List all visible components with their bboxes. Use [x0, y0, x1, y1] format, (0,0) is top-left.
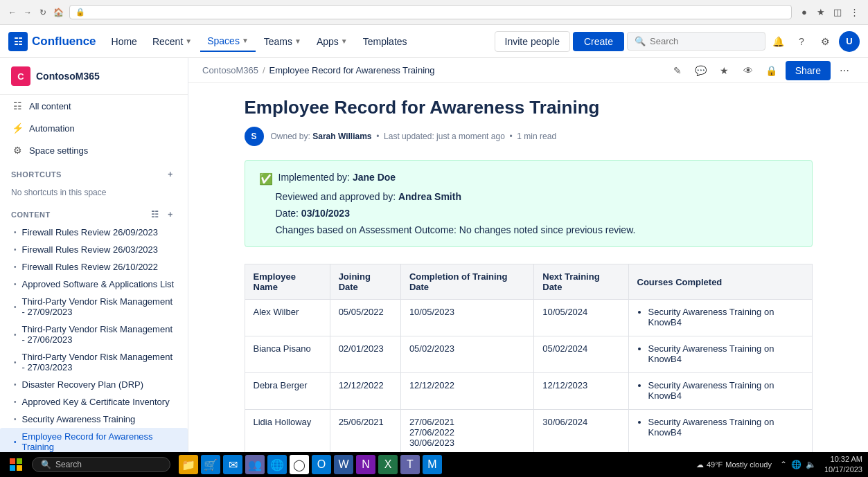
- check-icon: ✅: [259, 172, 273, 186]
- joining-date: 12/12/2022: [330, 373, 400, 410]
- joining-date: 05/05/2022: [330, 300, 400, 336]
- automation-label: Automation: [29, 123, 75, 134]
- create-button[interactable]: Create: [573, 32, 624, 51]
- sidebar-item-vendor-3[interactable]: Third-Party Vendor Risk Management - 27/…: [0, 348, 188, 376]
- content-icons: ☷ +: [149, 208, 177, 221]
- nav-recent[interactable]: Recent ▼: [145, 32, 199, 51]
- sidebar-item-vendor-1[interactable]: Third-Party Vendor Risk Management - 27/…: [0, 293, 188, 321]
- taskbar-store-icon[interactable]: 🛒: [201, 455, 220, 474]
- system-tray: ⌃ 🌐 🔈: [780, 460, 816, 469]
- app-logo[interactable]: ☷ Confluence: [8, 32, 96, 51]
- workspace-header[interactable]: C ContosoM365: [0, 58, 188, 95]
- taskbar: 🔍 Search 📁 🛒 ✉ 👥 🌐 ◯ O W N X T M ☁ 49°F …: [0, 452, 868, 477]
- nav-spaces[interactable]: Spaces ▼: [200, 31, 256, 52]
- user-avatar[interactable]: U: [839, 31, 860, 52]
- sidebar-item-drp[interactable]: Disaster Recovery Plan (DRP): [0, 376, 188, 393]
- network-icon[interactable]: 🌐: [791, 460, 801, 469]
- taskbar-teams-icon[interactable]: 👥: [245, 455, 265, 474]
- home-button[interactable]: 🏠: [53, 7, 64, 18]
- share-button[interactable]: Share: [786, 61, 831, 80]
- sidebar-item-firewall-1[interactable]: Firewall Rules Review 26/09/2023: [0, 224, 188, 241]
- sidebar-all-content[interactable]: ☷ All content: [0, 95, 188, 117]
- tab-manager-icon[interactable]: ◫: [831, 6, 844, 19]
- star-icon[interactable]: ★: [715, 61, 734, 80]
- search-input[interactable]: [650, 36, 758, 46]
- bookmark-icon[interactable]: ★: [814, 6, 828, 19]
- completion-date: 27/06/2021 27/06/2022 30/06/2023: [400, 410, 533, 453]
- breadcrumb-sep: /: [263, 65, 265, 75]
- sidebar-space-settings[interactable]: ⚙ Space settings: [0, 139, 188, 161]
- taskbar-app-icon[interactable]: M: [423, 455, 442, 474]
- header-row: Employee Name Joining Date Completion of…: [245, 264, 812, 300]
- joining-date: 25/06/2021: [330, 410, 400, 453]
- workspace-name: ContosoM365: [36, 71, 100, 82]
- taskbar-outlook-icon[interactable]: O: [312, 455, 331, 474]
- taskbar-edge-icon[interactable]: 🌐: [267, 455, 287, 474]
- taskbar-mail-icon[interactable]: ✉: [223, 455, 242, 474]
- sidebar: C ContosoM365 ☷ All content ⚡ Automation…: [0, 58, 188, 452]
- shortcuts-icons: +: [164, 168, 177, 181]
- extensions-icon[interactable]: ●: [797, 6, 811, 19]
- no-shortcuts-text: No shortcuts in this space: [0, 183, 188, 201]
- search-bar[interactable]: 🔍: [627, 32, 765, 51]
- apps-chevron: ▼: [341, 37, 348, 45]
- taskbar-files-icon[interactable]: 📁: [179, 455, 198, 474]
- help-icon[interactable]: ?: [792, 32, 811, 51]
- completion-date-line3: 30/06/2023: [409, 438, 525, 448]
- taskbar-word-icon[interactable]: W: [334, 455, 353, 474]
- invite-people-button[interactable]: Invite people: [495, 31, 570, 52]
- sidebar-item-approved-software[interactable]: Approved Software & Applications List: [0, 276, 188, 293]
- page-toolbar: ✎ 💬 ★ 👁 🔒 Share ⋯: [668, 61, 854, 80]
- nav-teams[interactable]: Teams ▼: [257, 32, 308, 51]
- courses-completed: Security Awareness Training on KnowB4: [628, 336, 812, 373]
- add-shortcut-icon[interactable]: +: [164, 168, 177, 181]
- sidebar-item-firewall-3[interactable]: Firewall Rules Review 26/10/2022: [0, 258, 188, 276]
- notifications-icon[interactable]: 🔔: [768, 32, 788, 51]
- courses-completed: Security Awareness Training on KnowB4: [628, 373, 812, 410]
- reviewed-row: Reviewed and approved by: Andrea Smith: [259, 191, 798, 202]
- refresh-button[interactable]: ↻: [37, 7, 48, 18]
- completion-date-line1: 27/06/2021: [409, 417, 525, 427]
- sidebar-item-key-cert[interactable]: Approved Key & Certificate Inventory: [0, 393, 188, 411]
- watch-icon[interactable]: 👁: [738, 61, 758, 80]
- nav-apps[interactable]: Apps ▼: [310, 32, 355, 51]
- taskbar-datetime[interactable]: 10:32 AM 10/17/2023: [824, 454, 862, 476]
- volume-icon[interactable]: 🔈: [806, 460, 816, 469]
- taskbar-search[interactable]: 🔍 Search: [32, 457, 170, 472]
- address-bar[interactable]: 🔒: [69, 5, 792, 19]
- sidebar-item-vendor-2[interactable]: Third-Party Vendor Risk Management - 27/…: [0, 321, 188, 348]
- table-row: Bianca Pisano 02/01/2023 05/02/2023 05/0…: [245, 336, 812, 373]
- sidebar-item-employee-record[interactable]: Employee Record for Awareness Training: [0, 428, 188, 452]
- breadcrumb-home[interactable]: ContosoM365: [202, 65, 258, 75]
- add-content-icon[interactable]: +: [164, 208, 177, 221]
- sidebar-item-security-awareness[interactable]: Security Awareness Training: [0, 411, 188, 428]
- forward-button[interactable]: →: [22, 7, 33, 18]
- taskbar-excel-icon[interactable]: X: [378, 455, 398, 474]
- taskbar-chrome-icon[interactable]: ◯: [290, 455, 309, 474]
- settings-icon[interactable]: ⚙: [815, 32, 835, 51]
- back-button[interactable]: ←: [7, 7, 18, 18]
- svg-rect-2: [10, 465, 15, 471]
- changes-text: Changes based on Assessment Outcome: No …: [276, 224, 636, 235]
- grid-icon: ☷: [8, 32, 28, 51]
- taskbar-teams2-icon[interactable]: T: [400, 455, 420, 474]
- more-options-button[interactable]: ⋯: [835, 61, 854, 80]
- automation-icon: ⚡: [11, 122, 24, 134]
- comment-icon[interactable]: 💬: [691, 61, 711, 80]
- sidebar-item-firewall-2[interactable]: Firewall Rules Review 26/03/2023: [0, 241, 188, 258]
- col-joining-date: Joining Date: [330, 264, 400, 300]
- chevron-icon[interactable]: ⌃: [780, 460, 787, 469]
- sidebar-automation[interactable]: ⚡ Automation: [0, 117, 188, 139]
- breadcrumb: ContosoM365 / Employee Record for Awaren…: [202, 58, 435, 82]
- nav-templates[interactable]: Templates: [356, 32, 414, 51]
- edit-icon[interactable]: ✎: [668, 61, 687, 80]
- restrict-icon[interactable]: 🔒: [762, 61, 781, 80]
- nav-home[interactable]: Home: [105, 32, 144, 51]
- start-button[interactable]: [6, 454, 26, 475]
- taskbar-weather[interactable]: ☁ 49°F Mostly cloudy: [696, 460, 772, 469]
- svg-rect-1: [17, 458, 22, 464]
- taskbar-onenote-icon[interactable]: N: [356, 455, 375, 474]
- filter-icon[interactable]: ☷: [149, 208, 161, 221]
- menu-icon[interactable]: ⋮: [847, 6, 861, 19]
- workspace-icon: C: [11, 66, 30, 86]
